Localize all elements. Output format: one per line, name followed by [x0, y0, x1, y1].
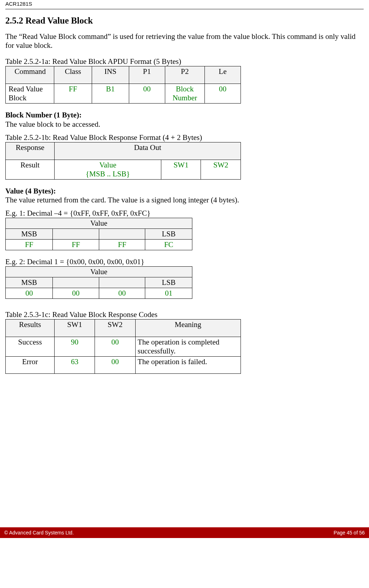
col-ins: INS: [92, 66, 129, 84]
block-number-section: Block Number (1 Byte): The value block t…: [5, 111, 364, 129]
table-row: Read Value Block FF B1 00 Block Number 0…: [6, 84, 241, 104]
cell-p1: 00: [129, 84, 165, 104]
response-codes-table: Results SW1 SW2 Meaning Success 90 00 Th…: [5, 319, 241, 374]
table-header-row: Results SW1 SW2 Meaning: [6, 320, 241, 337]
eg2-v3: 00: [99, 288, 145, 299]
eg2-v2: 00: [53, 288, 99, 299]
eg2-v4: 01: [145, 288, 192, 299]
value-label: Value (4 Bytes):: [5, 187, 56, 195]
value-text: Value: [99, 161, 116, 169]
eg2-blank2: [99, 277, 145, 288]
table-header-row: Value: [6, 218, 192, 229]
cell-sw2: SW2: [201, 160, 241, 179]
table-row: Result Value {MSB .. LSB} SW1 SW2: [6, 160, 241, 179]
page-footer: © Advanced Card Systems Ltd. Page 45 of …: [0, 527, 369, 538]
table-row: MSB LSB: [6, 277, 192, 288]
table-header-row: Response Data Out: [6, 142, 241, 160]
eg2-lsb: LSB: [145, 277, 192, 288]
block-number-label: Block Number (1 Byte):: [5, 111, 82, 119]
cell-sw1: 63: [55, 357, 95, 374]
table4-caption: Table 2.5.3-1c: Read Value Block Respons…: [5, 310, 364, 319]
doc-header-product: ACR1281S: [5, 0, 364, 9]
col-response: Response: [6, 142, 55, 160]
block-number-desc: The value block to be accessed.: [5, 120, 100, 129]
value-desc: The value returned from the card. The va…: [5, 196, 239, 204]
footer-copyright: © Advanced Card Systems Ltd.: [4, 530, 74, 536]
value-section: Value (4 Bytes): The value returned from…: [5, 187, 364, 205]
table-row: Success 90 00 The operation is completed…: [6, 337, 241, 357]
section-intro: The “Read Value Block command” is used f…: [5, 32, 364, 50]
eg1-lsb: LSB: [145, 229, 192, 240]
cell-result: Success: [6, 337, 55, 357]
cell-ins: B1: [92, 84, 129, 104]
col-class: Class: [54, 66, 92, 84]
cell-command: Read Value Block: [6, 84, 54, 104]
eg1-v3: FF: [99, 240, 145, 250]
cell-value: Value {MSB .. LSB}: [55, 160, 161, 179]
eg2-title: Value: [6, 267, 192, 277]
col-p1: P1: [129, 66, 165, 84]
table-header-row: Command Class INS P1 P2 Le: [6, 66, 241, 84]
table-row: FF FF FF FC: [6, 240, 192, 250]
col-dataout: Data Out: [55, 142, 241, 160]
col-le: Le: [204, 66, 241, 84]
cell-sw1: SW1: [161, 160, 201, 179]
cell-result: Result: [6, 160, 55, 179]
eg1-v2: FF: [53, 240, 99, 250]
eg2-msb: MSB: [6, 277, 53, 288]
eg1-v1: FF: [6, 240, 53, 250]
eg2-blank1: [53, 277, 99, 288]
eg1-v4: FC: [145, 240, 192, 250]
cell-p2: Block Number: [165, 84, 204, 104]
table1-caption: Table 2.5.2-1a: Read Value Block APDU Fo…: [5, 57, 364, 66]
cell-meaning: The operation is completed successfully.: [135, 337, 241, 357]
table2-caption: Table 2.5.2-1b: Read Value Block Respons…: [5, 133, 364, 142]
section-title: Read Value Block: [25, 16, 93, 25]
apdu-format-table: Command Class INS P1 P2 Le Read Value Bl…: [5, 66, 241, 104]
col-meaning: Meaning: [135, 320, 241, 337]
section-heading: 2.5.2 Read Value Block: [5, 16, 364, 26]
response-format-table: Response Data Out Result Value {MSB .. L…: [5, 142, 241, 180]
header-rule: [5, 9, 364, 9]
col-command: Command: [6, 66, 54, 84]
eg1-title: Value: [6, 218, 192, 229]
eg1-blank2: [99, 229, 145, 240]
cell-meaning: The operation is failed.: [135, 357, 241, 374]
cell-sw2: 00: [95, 337, 135, 357]
cell-le: 00: [204, 84, 241, 104]
section-number: 2.5.2: [5, 16, 23, 25]
table-row: Error 63 00 The operation is failed.: [6, 357, 241, 374]
col-p2: P2: [165, 66, 204, 84]
footer-page-number: Page 45 of 56: [334, 530, 365, 536]
eg1-msb: MSB: [6, 229, 53, 240]
eg2-v1: 00: [6, 288, 53, 299]
col-results: Results: [6, 320, 55, 337]
eg1-caption: E.g. 1: Decimal –4 = {0xFF, 0xFF, 0xFF, …: [5, 209, 364, 218]
cell-class: FF: [54, 84, 92, 104]
example2-table: Value MSB LSB 00 00 00 01: [5, 266, 192, 299]
value-range: {MSB .. LSB}: [86, 170, 130, 178]
cell-sw1: 90: [55, 337, 95, 357]
cell-result: Error: [6, 357, 55, 374]
eg2-caption: E.g. 2: Decimal 1 = {0x00, 0x00, 0x00, 0…: [5, 257, 364, 266]
table-row: 00 00 00 01: [6, 288, 192, 299]
cell-sw2: 00: [95, 357, 135, 374]
eg1-blank1: [53, 229, 99, 240]
table-header-row: Value: [6, 267, 192, 277]
table-row: MSB LSB: [6, 229, 192, 240]
col-sw1: SW1: [55, 320, 95, 337]
col-sw2: SW2: [95, 320, 135, 337]
example1-table: Value MSB LSB FF FF FF FC: [5, 218, 192, 250]
